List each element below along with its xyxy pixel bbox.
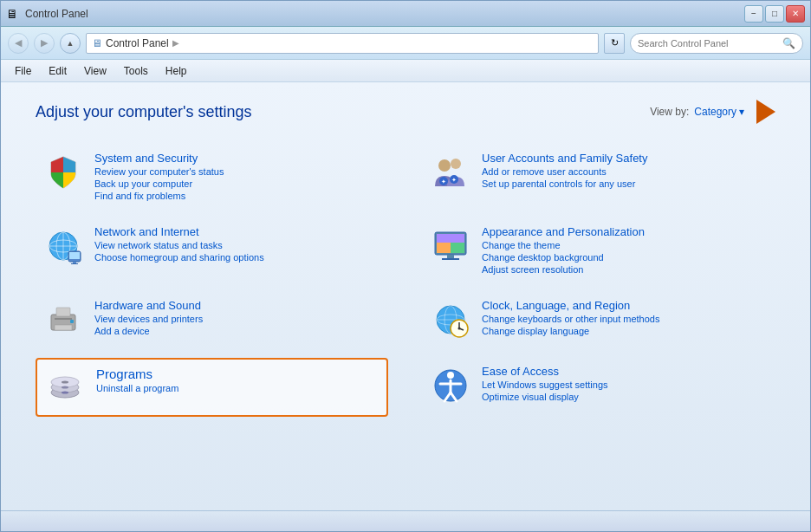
view-by-label: View by:	[650, 106, 689, 118]
category-clock-language[interactable]: Clock, Language, and Region Change keybo…	[423, 292, 775, 347]
svg-text:✦: ✦	[441, 178, 446, 185]
svg-text:✦: ✦	[451, 177, 457, 183]
network-internet-title[interactable]: Network and Internet	[94, 225, 264, 238]
svg-rect-19	[451, 243, 464, 253]
svg-rect-17	[437, 234, 464, 243]
appearance-link-0[interactable]: Change the theme	[482, 240, 645, 250]
refresh-button[interactable]: ↻	[604, 33, 625, 54]
category-appearance[interactable]: Appearance and Personalization Change th…	[423, 218, 775, 282]
appearance-link-1[interactable]: Change desktop background	[482, 252, 645, 263]
search-input[interactable]	[638, 38, 779, 49]
svg-point-40	[62, 392, 68, 394]
system-security-text: System and Security Review your computer…	[94, 152, 224, 201]
category-user-accounts[interactable]: ✦ ✦ User Accounts and Family Safety Add …	[423, 145, 775, 208]
svg-rect-14	[71, 263, 78, 264]
network-internet-text: Network and Internet View network status…	[94, 225, 264, 263]
address-bar: ◀ ▶ ▲ 🖥 Control Panel ▶ ↻ 🔍	[1, 27, 810, 60]
category-grid: System and Security Review your computer…	[36, 145, 775, 417]
hardware-sound-icon	[42, 299, 84, 341]
ease-of-access-link-1[interactable]: Optimize visual display	[482, 392, 608, 402]
user-accounts-link-1[interactable]: Set up parental controls for any user	[482, 178, 647, 189]
title-bar: 🖥 Control Panel − □ ✕	[1, 1, 810, 27]
view-by-dropdown[interactable]: Category ▾	[694, 106, 744, 118]
menu-view[interactable]: View	[77, 63, 114, 79]
appearance-link-2[interactable]: Adjust screen resolution	[482, 264, 645, 275]
window-controls: − □ ✕	[744, 5, 805, 23]
svg-rect-18	[437, 243, 451, 253]
category-system-security[interactable]: System and Security Review your computer…	[36, 145, 388, 208]
network-internet-icon	[42, 225, 84, 267]
hardware-sound-link-1[interactable]: Add a device	[94, 326, 203, 336]
clock-language-title[interactable]: Clock, Language, and Region	[482, 299, 659, 312]
search-icon[interactable]: 🔍	[782, 37, 795, 49]
category-network-internet[interactable]: Network and Internet View network status…	[36, 218, 388, 282]
programs-link-0[interactable]: Uninstall a program	[96, 383, 178, 393]
view-by-value-text: Category	[694, 106, 736, 118]
system-security-icon	[42, 152, 84, 193]
appearance-title[interactable]: Appearance and Personalization	[482, 225, 645, 238]
svg-rect-20	[447, 255, 454, 258]
title-bar-left: 🖥 Control Panel	[6, 7, 88, 21]
menu-file[interactable]: File	[8, 63, 38, 79]
programs-title[interactable]: Programs	[96, 367, 178, 381]
forward-button[interactable]: ▶	[34, 33, 55, 54]
svg-rect-26	[70, 320, 74, 323]
ease-of-access-icon	[430, 365, 471, 406]
status-bar	[1, 510, 810, 531]
ease-of-access-link-0[interactable]: Let Windows suggest settings	[482, 380, 608, 390]
category-ease-of-access[interactable]: Ease of Access Let Windows suggest setti…	[423, 358, 775, 417]
programs-text: Programs Uninstall a program	[96, 367, 178, 393]
svg-point-34	[458, 328, 461, 330]
close-button[interactable]: ✕	[786, 5, 805, 23]
ease-of-access-text: Ease of Access Let Windows suggest setti…	[482, 365, 608, 402]
address-path-text: Control Panel	[106, 37, 169, 49]
back-button[interactable]: ◀	[8, 33, 29, 54]
svg-point-0	[438, 159, 451, 172]
clock-language-icon	[430, 299, 471, 341]
menu-help[interactable]: Help	[159, 63, 194, 79]
category-hardware-sound[interactable]: Hardware and Sound View devices and prin…	[36, 292, 388, 347]
svg-point-39	[62, 386, 68, 389]
user-accounts-icon: ✦ ✦	[430, 152, 471, 193]
menu-bar: File Edit View Tools Help	[1, 60, 810, 82]
menu-edit[interactable]: Edit	[42, 63, 74, 79]
svg-point-42	[447, 372, 454, 379]
clock-language-link-0[interactable]: Change keyboards or other input methods	[482, 314, 659, 324]
programs-icon	[44, 367, 86, 408]
ease-of-access-title[interactable]: Ease of Access	[482, 365, 608, 378]
hardware-sound-title[interactable]: Hardware and Sound	[94, 299, 203, 312]
user-accounts-link-0[interactable]: Add or remove user accounts	[482, 166, 647, 177]
appearance-text: Appearance and Personalization Change th…	[482, 225, 645, 275]
up-button[interactable]: ▲	[60, 33, 81, 54]
maximize-button[interactable]: □	[765, 5, 784, 23]
hardware-sound-text: Hardware and Sound View devices and prin…	[94, 299, 203, 336]
menu-tools[interactable]: Tools	[117, 63, 155, 79]
hardware-sound-link-0[interactable]: View devices and printers	[94, 314, 203, 324]
chevron-down-icon: ▾	[739, 106, 744, 118]
network-internet-link-0[interactable]: View network status and tasks	[94, 240, 264, 250]
system-security-link-2[interactable]: Find and fix problems	[94, 191, 224, 201]
clock-language-link-1[interactable]: Change display language	[482, 326, 659, 336]
svg-rect-21	[442, 258, 459, 260]
page-title: Adjust your computer's settings	[36, 103, 252, 121]
search-box[interactable]: 🔍	[630, 33, 803, 54]
clock-language-text: Clock, Language, and Region Change keybo…	[482, 299, 659, 336]
svg-point-1	[451, 159, 461, 169]
system-security-link-0[interactable]: Review your computer's status	[94, 166, 224, 177]
svg-point-38	[62, 381, 68, 384]
svg-rect-13	[73, 262, 76, 263]
minimize-button[interactable]: −	[744, 5, 763, 23]
address-path-arrow: ▶	[172, 38, 179, 48]
network-internet-link-1[interactable]: Choose homegroup and sharing options	[94, 252, 264, 263]
address-path[interactable]: 🖥 Control Panel ▶	[86, 33, 599, 54]
svg-rect-25	[56, 308, 70, 316]
system-security-link-1[interactable]: Back up your computer	[94, 178, 224, 189]
system-security-title[interactable]: System and Security	[94, 152, 224, 165]
category-programs[interactable]: Programs Uninstall a program	[36, 358, 388, 417]
appearance-icon	[430, 225, 471, 267]
user-accounts-text: User Accounts and Family Safety Add or r…	[482, 152, 647, 189]
category-arrow-indicator	[756, 100, 775, 124]
user-accounts-title[interactable]: User Accounts and Family Safety	[482, 152, 647, 165]
window-title: Control Panel	[25, 8, 88, 20]
window: 🖥 Control Panel − □ ✕ ◀ ▶ ▲ 🖥 Control Pa…	[0, 0, 811, 532]
